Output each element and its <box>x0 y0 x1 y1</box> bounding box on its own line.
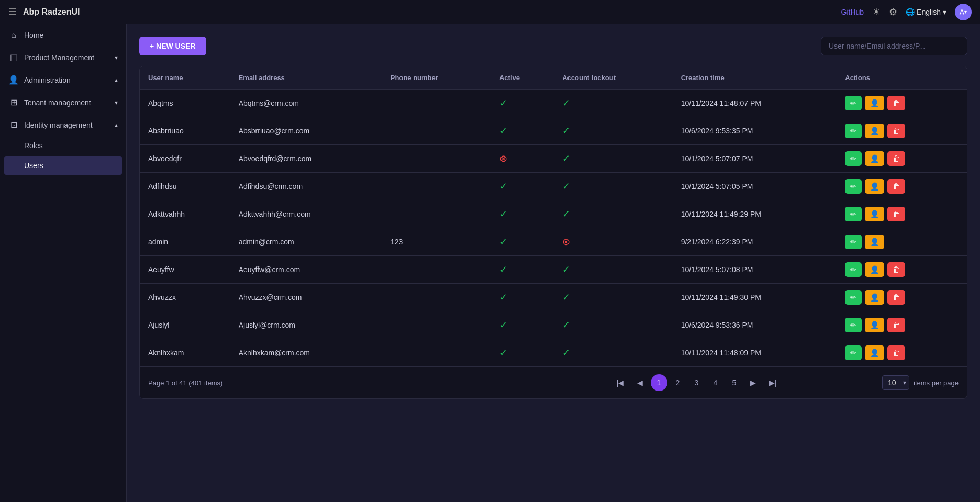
delete-button[interactable]: 🗑 <box>887 96 905 110</box>
sidebar-item-identity[interactable]: ⊡ Identity management ▴ <box>0 114 126 136</box>
cell-active: ✓ <box>491 228 554 256</box>
new-user-button[interactable]: + NEW USER <box>139 37 206 55</box>
sidebar-item-tenant[interactable]: ⊞ Tenant management ▾ <box>0 91 126 114</box>
lockout-check-icon: ✓ <box>562 264 570 275</box>
cell-username: Ajuslyl <box>140 311 230 339</box>
cell-username: Aknlhxkam <box>140 339 230 367</box>
page-5-button[interactable]: 5 <box>726 375 743 390</box>
cell-email: Adfihdsu@crm.com <box>230 173 382 200</box>
theme-icon[interactable]: ☀ <box>872 6 881 18</box>
roles-button[interactable]: 👤 <box>865 290 884 305</box>
toolbar: + NEW USER <box>139 37 967 55</box>
sidebar-home-label: Home <box>24 31 118 39</box>
page-2-button[interactable]: 2 <box>670 375 686 390</box>
roles-button[interactable]: 👤 <box>865 124 884 138</box>
sidebar-item-roles[interactable]: Roles <box>0 136 126 155</box>
edit-button[interactable]: ✏ <box>845 262 862 277</box>
tenant-icon: ⊞ <box>8 97 19 107</box>
delete-button[interactable]: 🗑 <box>887 290 905 305</box>
cell-username: Abvoedqfr <box>140 145 230 173</box>
sidebar-tenant-label: Tenant management <box>24 98 109 107</box>
roles-button[interactable]: 👤 <box>865 96 884 110</box>
cell-phone <box>382 90 491 117</box>
avatar-initials: A <box>960 8 964 16</box>
main-content: + NEW USER User name Email address Phone… <box>127 24 980 502</box>
cell-active: ✓ <box>491 200 554 228</box>
chevron-down-icon-tenant: ▾ <box>115 99 118 106</box>
cell-active: ✓ <box>491 311 554 339</box>
table-row: Absbrriuao Absbrriuao@crm.com ✓ ✓ 10/6/2… <box>140 117 967 145</box>
col-username: User name <box>140 66 230 90</box>
cell-phone <box>382 311 491 339</box>
cell-username: Absbrriuao <box>140 117 230 145</box>
delete-button[interactable]: 🗑 <box>887 151 905 166</box>
search-input[interactable] <box>821 37 967 55</box>
roles-button[interactable]: 👤 <box>865 179 884 194</box>
sidebar-item-users[interactable]: Users <box>4 156 122 175</box>
cell-created: 10/6/2024 9:53:35 PM <box>673 117 837 145</box>
user-avatar[interactable]: A ▾ <box>955 4 972 20</box>
delete-button[interactable]: 🗑 <box>887 318 905 332</box>
cell-phone: 123 <box>382 228 491 256</box>
active-check-icon: ✓ <box>499 264 507 275</box>
sidebar-item-administration[interactable]: 👤 Administration ▴ <box>0 69 126 91</box>
roles-button[interactable]: 👤 <box>865 151 884 166</box>
sidebar-item-product-management[interactable]: ◫ Product Management ▾ <box>0 46 126 69</box>
cell-active: ✓ <box>491 173 554 200</box>
edit-button[interactable]: ✏ <box>845 179 862 194</box>
roles-button[interactable]: 👤 <box>865 345 884 360</box>
edit-button[interactable]: ✏ <box>845 318 862 332</box>
delete-button[interactable]: 🗑 <box>887 124 905 138</box>
github-link[interactable]: GitHub <box>841 8 864 16</box>
table-row: admin admin@crm.com 123 ✓ ⊗ 9/21/2024 6:… <box>140 228 967 256</box>
active-check-icon: ✓ <box>499 348 507 358</box>
edit-button[interactable]: ✏ <box>845 235 862 249</box>
active-cross-icon: ⊗ <box>499 153 507 164</box>
action-buttons: ✏ 👤 🗑 <box>845 345 959 360</box>
cell-active: ⊗ <box>491 145 554 173</box>
cell-lockout: ✓ <box>554 200 672 228</box>
page-1-button[interactable]: 1 <box>651 374 667 391</box>
items-select-wrapper: 10 20 50 <box>882 375 909 390</box>
lockout-cross-icon: ⊗ <box>562 237 570 247</box>
cell-phone <box>382 339 491 367</box>
delete-button[interactable]: 🗑 <box>887 345 905 360</box>
page-3-button[interactable]: 3 <box>688 375 705 390</box>
page-last-button[interactable]: ▶| <box>764 375 782 390</box>
delete-button[interactable]: 🗑 <box>887 262 905 277</box>
roles-button[interactable]: 👤 <box>865 262 884 277</box>
cell-created: 10/1/2024 5:07:05 PM <box>673 173 837 200</box>
edit-button[interactable]: ✏ <box>845 345 862 360</box>
edit-button[interactable]: ✏ <box>845 124 862 138</box>
cell-lockout: ✓ <box>554 90 672 117</box>
edit-button[interactable]: ✏ <box>845 207 862 221</box>
cell-email: Aeuyffw@crm.com <box>230 256 382 284</box>
page-prev-button[interactable]: ◀ <box>632 375 649 390</box>
items-per-page-select[interactable]: 10 20 50 <box>882 375 909 390</box>
edit-button[interactable]: ✏ <box>845 96 862 110</box>
page-controls: |◀ ◀ 1 2 3 4 5 ▶ ▶| <box>515 374 878 391</box>
language-selector[interactable]: 🌐 English ▾ <box>906 8 946 16</box>
table-row: Adfihdsu Adfihdsu@crm.com ✓ ✓ 10/1/2024 … <box>140 173 967 200</box>
cell-active: ✓ <box>491 284 554 311</box>
roles-button[interactable]: 👤 <box>865 207 884 221</box>
delete-button[interactable]: 🗑 <box>887 179 905 194</box>
table-row: Adkttvahhh Adkttvahhh@crm.com ✓ ✓ 10/11/… <box>140 200 967 228</box>
page-next-button[interactable]: ▶ <box>745 375 762 390</box>
col-phone: Phone number <box>382 66 491 90</box>
active-check-icon: ✓ <box>499 209 507 219</box>
delete-button[interactable]: 🗑 <box>887 207 905 221</box>
settings-icon[interactable]: ⚙ <box>889 6 897 18</box>
roles-button[interactable]: 👤 <box>865 235 884 249</box>
page-first-button[interactable]: |◀ <box>611 375 630 390</box>
cell-active: ✓ <box>491 256 554 284</box>
roles-button[interactable]: 👤 <box>865 318 884 332</box>
cell-phone <box>382 256 491 284</box>
page-4-button[interactable]: 4 <box>707 375 724 390</box>
sidebar-item-home[interactable]: ⌂ Home <box>0 24 126 46</box>
edit-button[interactable]: ✏ <box>845 290 862 305</box>
edit-button[interactable]: ✏ <box>845 151 862 166</box>
chevron-down-icon: ▾ <box>943 8 946 16</box>
items-per-page: 10 20 50 items per page <box>882 375 959 390</box>
menu-icon[interactable]: ☰ <box>8 6 17 18</box>
